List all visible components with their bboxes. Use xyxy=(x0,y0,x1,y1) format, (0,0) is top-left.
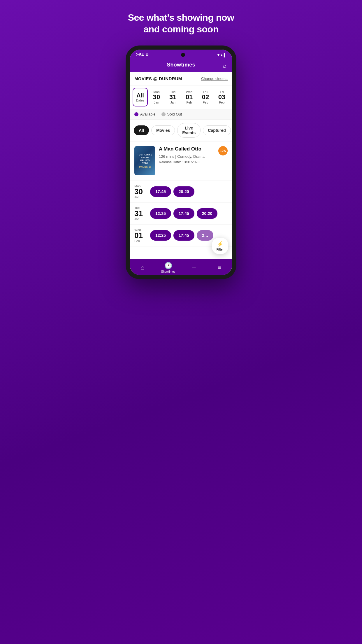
status-bar: 2:54 ⚙ ▾ ▴ ▌ xyxy=(130,50,232,59)
search-button[interactable]: ⌕ xyxy=(222,61,228,70)
date-thu02[interactable]: Thu 02 Feb xyxy=(198,88,213,106)
nav-tickets[interactable]: ⎓ xyxy=(187,264,201,272)
change-cinema-link[interactable]: Change cinema xyxy=(201,76,228,81)
time-1225-tue31[interactable]: 12:25 xyxy=(150,208,171,219)
showtimes-icon: 🕑 xyxy=(164,262,172,270)
legend-available: Available xyxy=(134,112,156,116)
rating-badge: 12A xyxy=(218,146,228,155)
available-dot xyxy=(134,112,138,116)
release-label: Release Date: xyxy=(159,160,181,164)
signal-icon: ▴ xyxy=(221,53,223,57)
all-label: All xyxy=(136,92,144,99)
nav-home[interactable]: ⌂ xyxy=(135,264,150,272)
tickets-icon: ⎓ xyxy=(192,264,196,271)
filter-icon: ⚡ xyxy=(217,241,223,247)
cinema-name: MOVIES @ DUNDRUM xyxy=(134,76,182,81)
time-1225-wed01[interactable]: 12:25 xyxy=(150,230,171,241)
camera-notch xyxy=(181,53,185,57)
wifi-icon: ▾ xyxy=(217,53,219,57)
date-wed01[interactable]: Wed 01 Feb xyxy=(182,88,197,106)
nav-showtimes[interactable]: 🕑 Showtimes xyxy=(161,262,175,273)
app-title: Showtimes xyxy=(167,62,195,68)
showtime-date-tue31: Tue 31 Jan xyxy=(134,206,147,221)
hero-line1: See what's showing now xyxy=(128,12,234,23)
status-time: 2:54 xyxy=(136,52,144,57)
date-fri03[interactable]: Fri 03 Feb xyxy=(214,88,229,106)
date-picker: All Dates Mon 30 Jan Tue 31 Jan Wed 01 F… xyxy=(130,85,232,109)
time-1745-mon30[interactable]: 17:45 xyxy=(150,186,171,197)
menu-icon: ≡ xyxy=(218,264,222,271)
phone-screen: 2:54 ⚙ ▾ ▴ ▌ Showtimes ⌕ MOVIES @ DUNDRU… xyxy=(130,50,232,275)
movie-poster: TOM HANKS A MANCALLEDOTTO JANUARY 13 xyxy=(134,146,155,175)
movie-header: TOM HANKS A MANCALLEDOTTO JANUARY 13 A M… xyxy=(134,146,228,175)
tab-movies[interactable]: Movies xyxy=(151,125,175,135)
release-date: 13/01/2023 xyxy=(182,160,199,164)
legend-soldout: Sold Out xyxy=(161,112,182,116)
time-1745-wed01[interactable]: 17:45 xyxy=(173,230,194,241)
battery-icon: ▌ xyxy=(224,53,226,57)
movie-title: A Man Called Otto xyxy=(159,146,215,152)
cinema-selector: MOVIES @ DUNDRUM Change cinema xyxy=(130,72,232,85)
time-2020-tue31[interactable]: 20:20 xyxy=(197,208,218,219)
bottom-nav: ⌂ 🕑 Showtimes ⎓ ≡ xyxy=(130,259,232,275)
phone-shell: 2:54 ⚙ ▾ ▴ ▌ Showtimes ⌕ MOVIES @ DUNDRU… xyxy=(126,46,236,279)
gear-icon: ⚙ xyxy=(145,53,149,57)
tab-all[interactable]: All xyxy=(134,125,149,135)
soldout-dot xyxy=(161,112,166,116)
showtime-date-wed01: Wed 01 Feb xyxy=(134,228,147,243)
hero-text: See what's showing now and coming soon xyxy=(128,12,234,35)
legend: Available Sold Out xyxy=(130,109,232,120)
time-2020-mon30[interactable]: 20:20 xyxy=(173,186,194,197)
nav-showtimes-label: Showtimes xyxy=(161,270,175,273)
date-all[interactable]: All Dates xyxy=(133,88,148,106)
filter-label: Filter xyxy=(217,248,224,251)
dates-label: Dates xyxy=(136,99,145,102)
showtime-row-mon30: Mon 30 Jan 17:45 20:20 xyxy=(130,181,232,203)
movie-meta: 126 mins | Comedy, Drama Release Date: 1… xyxy=(159,154,215,165)
filter-fab[interactable]: ⚡ Filter xyxy=(212,238,228,254)
tab-captured[interactable]: Captured xyxy=(203,125,231,135)
date-tue31[interactable]: Tue 31 Jan xyxy=(165,88,180,106)
time-1745-tue31[interactable]: 17:45 xyxy=(173,208,194,219)
nav-menu[interactable]: ≡ xyxy=(212,264,227,272)
date-mon30[interactable]: Mon 30 Jan xyxy=(149,88,164,106)
showtime-row-tue31: Tue 31 Jan 12:25 17:45 20:20 xyxy=(130,203,232,225)
movie-release: Release Date: 13/01/2023 xyxy=(159,160,215,165)
hero-line2: and coming soon xyxy=(128,23,234,35)
app-header: Showtimes ⌕ xyxy=(130,59,232,72)
available-label: Available xyxy=(140,112,156,116)
times-list-tue31: 12:25 17:45 20:20 xyxy=(150,208,228,219)
movie-info: A Man Called Otto 126 mins | Comedy, Dra… xyxy=(159,146,215,165)
home-icon: ⌂ xyxy=(140,264,144,271)
category-tabs: All Movies Live Events Captured xyxy=(130,120,232,141)
soldout-label: Sold Out xyxy=(167,112,182,116)
tab-live-events[interactable]: Live Events xyxy=(177,123,201,138)
movie-card: TOM HANKS A MANCALLEDOTTO JANUARY 13 A M… xyxy=(130,141,232,181)
time-partial-wed01[interactable]: 2… xyxy=(197,230,214,241)
showtime-date-mon30: Mon 30 Jan xyxy=(134,184,147,199)
times-list-mon30: 17:45 20:20 xyxy=(150,186,228,197)
search-icon: ⌕ xyxy=(223,62,226,69)
calendar-button[interactable]: 📅 xyxy=(231,88,232,106)
movie-duration: 126 mins | Comedy, Drama xyxy=(159,154,215,160)
